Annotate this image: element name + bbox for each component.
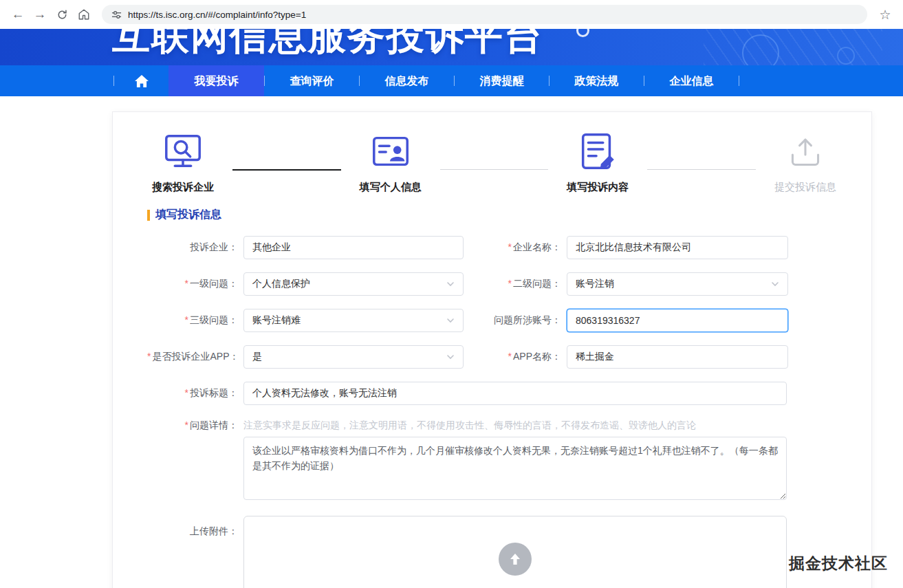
step-indicator: 搜索投诉企业 填写个人信息 填写投: [113, 112, 871, 194]
step-complaint-content: 填写投诉内容: [548, 130, 647, 194]
banner-badge-icon: [576, 29, 589, 37]
issue-level1-label: *一级问题：: [147, 278, 243, 290]
bookmark-button[interactable]: ☆: [874, 3, 896, 25]
step-label: 填写个人信息: [341, 181, 440, 194]
home-icon: [134, 74, 149, 88]
issue-level2-label: *二级问题：: [464, 278, 567, 290]
complaint-title-input[interactable]: [243, 382, 787, 405]
home-button[interactable]: [73, 3, 95, 25]
form-row: *投诉标题：: [147, 382, 787, 405]
upload-cloud-icon: [499, 543, 532, 576]
form-row: 上传附件：: [147, 516, 787, 588]
nav-tab-news[interactable]: 信息发布: [360, 65, 454, 96]
company-type-input[interactable]: [243, 236, 464, 259]
chevron-down-icon: [446, 316, 455, 325]
form-row: 投诉企业： *企业名称：: [147, 236, 787, 259]
is-app-select[interactable]: 是: [243, 345, 464, 369]
detail-hint: 注意实事求是反应问题，注意文明用语，不得使用攻击性、侮辱性的言语，不得发布造谣、…: [243, 418, 787, 432]
step-connector: [647, 169, 756, 170]
required-marker: *: [185, 314, 188, 325]
chevron-down-icon: [446, 353, 455, 361]
banner-decoration-ring-small: [837, 47, 855, 65]
company-type-label: 投诉企业：: [147, 241, 243, 254]
forward-button[interactable]: →: [29, 3, 51, 25]
step-label: 提交投诉信息: [756, 181, 855, 194]
detail-textarea[interactable]: 该企业以严格审核资料为借口不作为，几个月催审核修改个人资料无果，无奈注销账号超过…: [243, 437, 787, 500]
step-connector: [440, 169, 549, 170]
required-marker: *: [185, 278, 188, 289]
home-icon: [78, 8, 90, 21]
step-connector: [232, 169, 341, 171]
issue-level3-label: *三级问题：: [147, 314, 243, 327]
personal-info-icon: [369, 130, 412, 173]
step-label: 填写投诉内容: [548, 181, 647, 194]
browser-chrome: ← → https://ts.isc.org.cn/#/complaint/in…: [0, 0, 903, 29]
upload-dropzone[interactable]: [243, 516, 787, 588]
section-title: 填写投诉信息: [147, 208, 871, 222]
back-button[interactable]: ←: [7, 3, 29, 25]
url-text: https://ts.isc.org.cn/#/complaint/info?t…: [128, 10, 306, 20]
step-submit: 提交投诉信息: [756, 130, 855, 194]
required-marker: *: [508, 241, 512, 252]
nav-tab-complain[interactable]: 我要投诉: [168, 65, 264, 96]
watermark: 掘金技术社区: [789, 553, 888, 574]
complaint-card: 搜索投诉企业 填写个人信息 填写投: [112, 111, 872, 588]
forward-arrow-icon: →: [34, 7, 47, 22]
required-marker: *: [147, 351, 151, 362]
complaint-title-label: *投诉标题：: [147, 387, 243, 400]
chevron-down-icon: [446, 280, 455, 288]
site-banner: 互联网信息服务投诉平台: [0, 29, 903, 65]
nav-tab-query[interactable]: 查询评价: [265, 65, 359, 96]
detail-label: *问题详情：: [147, 418, 243, 432]
issue-level3-select[interactable]: 账号注销难: [243, 309, 464, 332]
section-title-bar: [147, 210, 150, 221]
banner-decoration-ring: [742, 34, 779, 65]
required-marker: *: [508, 351, 512, 362]
app-name-input[interactable]: [567, 345, 788, 369]
company-name-label: *企业名称：: [464, 241, 567, 254]
form-row: *问题详情： 注意实事求是反应问题，注意文明用语，不得使用攻击性、侮辱性的言语，…: [147, 418, 787, 503]
back-arrow-icon: ←: [12, 7, 25, 22]
issue-level1-select[interactable]: 个人信息保护: [243, 272, 464, 296]
reload-button[interactable]: [51, 3, 73, 25]
banner-decoration: [704, 29, 882, 65]
step-search-company: 搜索投诉企业: [133, 130, 232, 194]
nav-tab-policy[interactable]: 政策法规: [550, 65, 644, 96]
form-row: *三级问题： 账号注销难 问题所涉账号：: [147, 309, 787, 332]
nav-tab-reminder[interactable]: 消费提醒: [455, 65, 549, 96]
form-row: *是否投诉企业APP： 是 *APP名称：: [147, 345, 787, 369]
form-row: *一级问题： 个人信息保护 *二级问题： 账号注销: [147, 272, 787, 296]
required-marker: *: [185, 387, 188, 398]
search-company-icon: [162, 130, 204, 173]
upload-label: 上传附件：: [147, 516, 243, 538]
company-name-input[interactable]: [567, 236, 788, 259]
section-title-text: 填写投诉信息: [155, 208, 221, 222]
account-input[interactable]: [567, 309, 788, 332]
nav-tab-enterprise[interactable]: 企业信息: [644, 65, 739, 96]
nav-home-tab[interactable]: [114, 65, 168, 96]
required-marker: *: [508, 278, 512, 289]
complaint-content-icon: [576, 130, 619, 173]
nav-left-gap: [0, 65, 113, 96]
star-icon: ☆: [879, 7, 891, 23]
app-name-label: *APP名称：: [464, 351, 567, 363]
chevron-down-icon: [771, 280, 779, 288]
complaint-form: 投诉企业： *企业名称： *一级问题： 个人信息保护 *二级问题：: [113, 236, 871, 588]
required-marker: *: [185, 420, 188, 431]
step-personal-info: 填写个人信息: [341, 130, 440, 194]
step-label: 搜索投诉企业: [133, 181, 232, 194]
reload-icon: [56, 9, 68, 21]
site-title: 互联网信息服务投诉平台: [112, 29, 543, 62]
nav-separator: [739, 76, 739, 86]
submit-upload-icon: [787, 133, 824, 170]
main-nav: 我要投诉 查询评价 信息发布 消费提醒 政策法规 企业信息: [0, 65, 903, 96]
url-bar[interactable]: https://ts.isc.org.cn/#/complaint/info?t…: [102, 5, 867, 24]
account-label: 问题所涉账号：: [464, 314, 567, 327]
issue-level2-select[interactable]: 账号注销: [567, 272, 788, 296]
site-settings-icon: [111, 10, 122, 20]
is-app-label: *是否投诉企业APP：: [147, 351, 243, 363]
